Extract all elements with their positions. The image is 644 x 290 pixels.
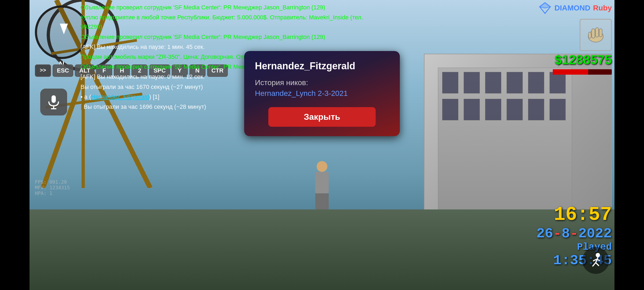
date-month: 8 — [562, 226, 570, 242]
date-year: 2022 — [578, 226, 612, 242]
game-date-display: 26-8-2022 — [536, 226, 612, 242]
black-bar-left — [0, 0, 30, 290]
debug-text: FPS: 001.20 MFV: 1234315 HPA: 1 — [35, 179, 70, 196]
debug-mfv: MFV: 1234315 — [35, 185, 70, 190]
popup-close-button[interactable]: Закрыть — [268, 107, 376, 127]
svg-line-18 — [592, 263, 596, 266]
building-window — [464, 72, 480, 93]
chat-message-2: Куплю предприятие в любой точке Республи… — [80, 13, 376, 31]
player-character — [311, 161, 333, 215]
chat-message-4: [AFK] Вы находились на паузе: 1 мин. 45 … — [80, 42, 376, 52]
svg-rect-6 — [52, 95, 56, 103]
money-display: $1288575 — [554, 52, 612, 67]
building-window — [442, 72, 458, 93]
compass-drop-indicator — [60, 24, 68, 34]
date-day: 26 — [536, 226, 553, 242]
date-dash2: - — [570, 226, 578, 242]
mic-button[interactable] — [40, 89, 67, 115]
hud-topright: DIAMOND Ruby $1288575 — [538, 1, 612, 75]
svg-line-20 — [593, 259, 596, 261]
chat-message-1: Объявление проверил сотрудник 'SF Media … — [80, 3, 376, 12]
svg-rect-13 — [595, 28, 599, 37]
date-dash1: - — [553, 226, 562, 242]
building-window — [442, 99, 458, 120]
building-window — [507, 99, 523, 120]
player-avatar — [580, 19, 612, 51]
char-head — [317, 161, 327, 172]
logo-diamond-text: DIAMOND — [554, 4, 590, 12]
run-icon[interactable] — [582, 247, 609, 274]
building-window — [464, 99, 480, 120]
svg-rect-12 — [592, 29, 595, 38]
building-window — [550, 72, 566, 93]
control-forward-btn[interactable]: >> — [35, 64, 51, 77]
char-body — [315, 172, 329, 193]
building-window — [507, 72, 523, 93]
building-window — [528, 72, 544, 93]
popup-history-value: Hernandez_Lynch 2-3-2021 — [255, 89, 389, 98]
logo-area: DIAMOND Ruby — [538, 1, 612, 15]
building-window — [550, 99, 566, 120]
control-esc-btn[interactable]: ESC — [53, 64, 73, 77]
popup-title: Hernandez_Fitzgerald — [255, 60, 389, 72]
running-person-icon — [588, 252, 604, 269]
svg-rect-15 — [588, 32, 591, 38]
chat-message-3: Объявление проверил сотрудник 'SF Media … — [80, 32, 376, 42]
building-window — [485, 72, 501, 93]
svg-line-19 — [596, 263, 599, 266]
svg-point-16 — [596, 253, 600, 257]
mic-icon — [46, 94, 62, 110]
diamond-logo-icon — [538, 1, 552, 15]
ground — [30, 209, 614, 290]
logo-ruby-text: Ruby — [593, 4, 612, 12]
game-time-display: 16:57 — [536, 204, 612, 226]
debug-hpa: HPA: 1 — [35, 190, 70, 196]
popup-history-label: История ников: — [255, 78, 389, 87]
hand-icon — [584, 23, 608, 47]
player-info-popup: Hernandez_Fitzgerald История ников: Hern… — [244, 51, 400, 136]
svg-rect-14 — [599, 29, 602, 37]
building-window — [528, 99, 544, 120]
health-fill — [553, 69, 588, 75]
char-legs — [315, 193, 329, 209]
black-bar-right — [614, 0, 644, 290]
building-window — [485, 99, 501, 120]
debug-fps: FPS: 001.20 — [35, 179, 70, 185]
svg-marker-10 — [540, 3, 550, 8]
player-name-link[interactable]: Hernandez_Fitzgerald — [91, 93, 149, 100]
health-bar — [553, 69, 612, 75]
